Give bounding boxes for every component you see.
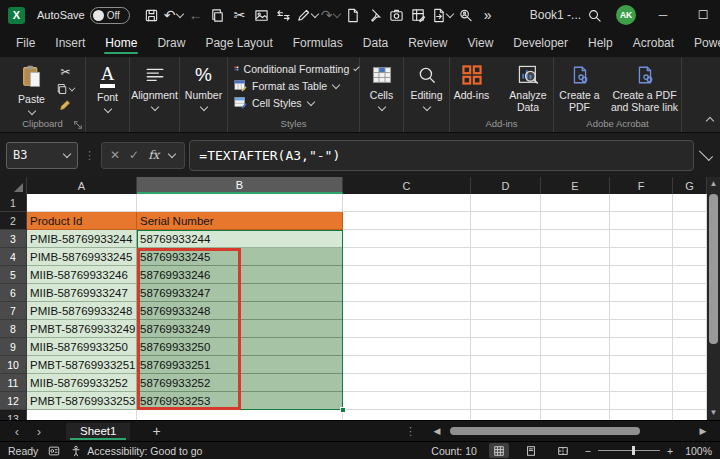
zoom-slider-knob[interactable] — [632, 446, 635, 455]
cell-B5[interactable]: 58769933246 — [137, 266, 343, 284]
row-header-11[interactable]: 11 — [0, 374, 27, 392]
vertical-scrollbar[interactable]: ▲ ▼ — [707, 177, 720, 420]
cell-A11[interactable]: MIIB-58769933252 — [27, 374, 137, 392]
tab-acrobat[interactable]: Acrobat — [623, 31, 684, 57]
formula-bar-handle[interactable]: ⋮ — [82, 149, 97, 162]
cell-E4[interactable] — [541, 248, 610, 266]
format-as-table-button[interactable]: Format as Table — [228, 78, 359, 93]
cell-D11[interactable] — [471, 374, 541, 392]
row-header-2[interactable]: 2 — [0, 212, 27, 230]
cell-D5[interactable] — [471, 266, 541, 284]
cell-D10[interactable] — [471, 356, 541, 374]
cell-E6[interactable] — [541, 284, 610, 302]
zoom-level[interactable]: 100% — [685, 445, 712, 457]
cell-G9[interactable] — [673, 338, 707, 356]
cell-E9[interactable] — [541, 338, 610, 356]
sheet-tab-sheet1[interactable]: Sheet1 — [66, 423, 130, 440]
cell-F2[interactable] — [610, 212, 673, 230]
column-header-B[interactable]: B — [137, 177, 343, 194]
cell-B2[interactable]: Serial Number — [137, 212, 343, 230]
cell-C5[interactable] — [343, 266, 471, 284]
lookup-button[interactable] — [456, 4, 476, 26]
camera-button[interactable] — [387, 4, 407, 26]
page-layout-view-button[interactable] — [521, 443, 541, 458]
accessibility-status[interactable]: Accessibility: Good to go — [70, 445, 202, 457]
create-pdf-share-button[interactable]: Create a PDF and Share link — [610, 62, 680, 113]
tab-insert[interactable]: Insert — [45, 31, 95, 57]
copy-button[interactable] — [56, 81, 76, 96]
row-header-7[interactable]: 7 — [0, 302, 27, 320]
cell-D4[interactable] — [471, 248, 541, 266]
cell-F12[interactable] — [610, 392, 673, 410]
cell-C10[interactable] — [343, 356, 471, 374]
save-button[interactable] — [142, 4, 162, 26]
next-sheet-icon[interactable]: › — [30, 424, 48, 439]
maximize-button[interactable]: ☐ — [690, 8, 716, 22]
column-header-A[interactable]: A — [27, 177, 137, 194]
column-header-E[interactable]: E — [541, 177, 610, 194]
cell-C3[interactable] — [343, 230, 471, 248]
cell-D9[interactable] — [471, 338, 541, 356]
cell-E5[interactable] — [541, 266, 610, 284]
cell-B3[interactable]: 58769933244 — [137, 230, 343, 248]
cell-G5[interactable] — [673, 266, 707, 284]
cell-B7[interactable]: 58769933248 — [137, 302, 343, 320]
autosave-toggle[interactable]: Off — [90, 7, 130, 24]
cell-A5[interactable]: MIIB-58769933246 — [27, 266, 137, 284]
cell-C11[interactable] — [343, 374, 471, 392]
export-button[interactable] — [431, 4, 454, 26]
cell-A6[interactable]: MIIB-58769933247 — [27, 284, 137, 302]
row-header-5[interactable]: 5 — [0, 266, 27, 284]
picture-button[interactable] — [252, 4, 272, 26]
column-header-G[interactable]: G — [673, 177, 707, 194]
form-button[interactable] — [409, 4, 429, 26]
cell-A2[interactable]: Product Id — [27, 212, 137, 230]
minimize-button[interactable]: ─ — [650, 8, 676, 22]
create-pdf-button[interactable]: Create a PDF — [556, 62, 604, 113]
row-header-9[interactable]: 9 — [0, 338, 27, 356]
column-header-D[interactable]: D — [471, 177, 541, 194]
vertical-scrollbar-thumb[interactable] — [709, 194, 718, 344]
scroll-down-icon[interactable]: ▼ — [710, 406, 718, 420]
cell-B8[interactable]: 58769933249 — [137, 320, 343, 338]
page-break-view-button[interactable] — [553, 443, 573, 458]
paste-button[interactable]: Paste — [10, 62, 54, 116]
cell-E10[interactable] — [541, 356, 610, 374]
cell-G2[interactable] — [673, 212, 707, 230]
cell-D2[interactable] — [471, 212, 541, 230]
row-header-1[interactable]: 1 — [0, 194, 27, 212]
number-button[interactable]: % Number — [182, 62, 226, 112]
cell-B6[interactable]: 58769933247 — [137, 284, 343, 302]
cell-C2[interactable] — [343, 212, 471, 230]
macro-record-icon[interactable] — [48, 445, 60, 457]
cell-B10[interactable]: 58769933251 — [137, 356, 343, 374]
normal-view-button[interactable] — [489, 443, 509, 458]
cell-G7[interactable] — [673, 302, 707, 320]
font-button[interactable]: A Font — [86, 62, 129, 114]
cell-D8[interactable] — [471, 320, 541, 338]
cell-C6[interactable] — [343, 284, 471, 302]
tab-data[interactable]: Data — [353, 31, 398, 57]
cell-D7[interactable] — [471, 302, 541, 320]
cell-G11[interactable] — [673, 374, 707, 392]
autosave-control[interactable]: AutoSave Off — [37, 7, 130, 24]
cell-F5[interactable] — [610, 266, 673, 284]
row-header-3[interactable]: 3 — [0, 230, 27, 248]
redo-button[interactable]: ↷ — [321, 4, 341, 26]
alignment-button[interactable]: Alignment — [131, 62, 179, 112]
expand-formula-bar-icon[interactable] — [699, 147, 713, 161]
cell-A4[interactable]: PIMB-58769933245 — [27, 248, 137, 266]
tab-draw[interactable]: Draw — [147, 31, 195, 57]
cell-A10[interactable]: PMBT-58769933251 — [27, 356, 137, 374]
insert-function-button[interactable]: fx — [148, 148, 159, 162]
cell-E8[interactable] — [541, 320, 610, 338]
cell-G1[interactable] — [673, 194, 707, 212]
horizontal-scrollbar-thumb[interactable] — [450, 427, 640, 435]
undo-button[interactable]: ↶ — [164, 4, 184, 26]
cell-E1[interactable] — [541, 194, 610, 212]
cell-C12[interactable] — [343, 392, 471, 410]
zoom-out-button[interactable]: − — [585, 445, 591, 457]
cell-D12[interactable] — [471, 392, 541, 410]
tab-view[interactable]: View — [458, 31, 504, 57]
name-box[interactable]: B3 — [6, 142, 78, 169]
